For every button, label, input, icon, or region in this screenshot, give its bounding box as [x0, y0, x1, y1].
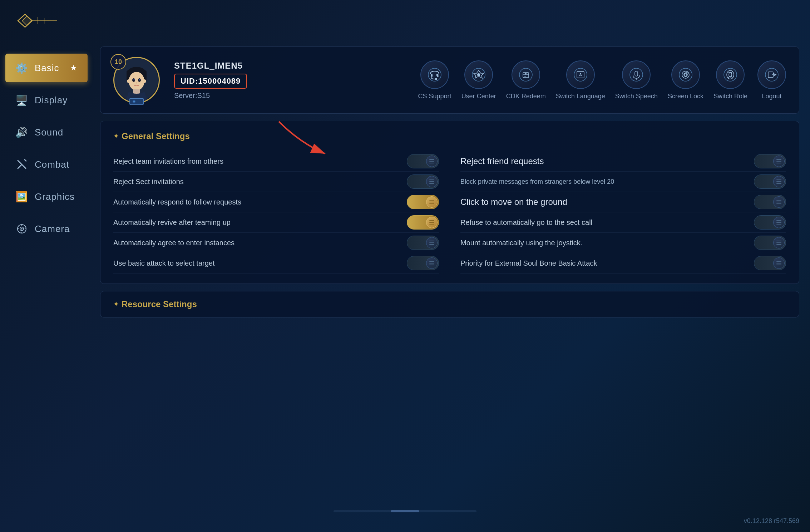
svg-rect-7 — [24, 159, 27, 162]
auto-revive-toggle[interactable] — [407, 215, 439, 230]
cdk-redeem-icon — [512, 60, 540, 89]
sidebar: ⚙️ Basic ★ 🖥️ Display 🔊 Sound Combat 🖼️ … — [0, 46, 93, 250]
switch-role-button[interactable]: Switch Role — [713, 60, 747, 100]
cs-support-button[interactable]: CS Support — [418, 60, 451, 100]
svg-point-10 — [21, 228, 23, 230]
screen-lock-label: Screen Lock — [668, 93, 703, 100]
mount-joystick-label: Mount automatically using the joystick. — [460, 239, 754, 247]
auto-follow-knob — [426, 196, 438, 208]
reject-sect-knob — [426, 176, 438, 187]
mount-joystick-toggle[interactable] — [754, 236, 786, 250]
sidebar-label-camera: Camera — [35, 223, 70, 235]
setting-row-reject-friend: Reject friend requests — [460, 151, 786, 172]
svg-line-6 — [18, 165, 21, 168]
sidebar-label-combat: Combat — [35, 159, 69, 170]
general-settings-panel: General Settings Reject team invitations… — [100, 121, 799, 284]
basic-attack-label: Use basic attack to select target — [113, 259, 407, 267]
bottom-scrollbar[interactable] — [334, 510, 476, 512]
logo-area — [14, 11, 61, 32]
auto-follow-toggle[interactable] — [407, 195, 439, 209]
svg-point-37 — [477, 73, 480, 76]
priority-soul-bone-toggle[interactable] — [754, 256, 786, 270]
switch-language-label: Switch Language — [556, 93, 605, 100]
server-text: Server:S15 — [174, 92, 247, 100]
reject-friend-knob — [773, 156, 785, 167]
logout-button[interactable]: Logout — [757, 60, 786, 100]
mount-joystick-knob — [773, 237, 785, 248]
sound-icon: 🔊 — [15, 126, 28, 139]
basic-attack-knob — [426, 257, 438, 269]
sidebar-item-graphics[interactable]: 🖼️ Graphics — [5, 182, 88, 211]
cs-support-label: CS Support — [418, 93, 451, 100]
auto-instance-label: Automatically agree to enter instances — [113, 239, 407, 247]
click-move-toggle[interactable] — [754, 195, 786, 209]
screen-lock-icon — [671, 60, 700, 89]
refuse-sect-call-toggle[interactable] — [754, 215, 786, 230]
svg-rect-32 — [437, 74, 438, 77]
svg-rect-50 — [685, 74, 687, 77]
block-private-toggle[interactable] — [754, 174, 786, 189]
sidebar-item-display[interactable]: 🖥️ Display — [5, 86, 88, 114]
setting-row-auto-instance: Automatically agree to enter instances — [113, 233, 439, 253]
user-center-button[interactable]: User Center — [461, 60, 496, 100]
auto-instance-toggle[interactable] — [407, 236, 439, 250]
click-move-toggle-wrap — [754, 195, 786, 209]
auto-revive-toggle-wrap — [407, 215, 439, 230]
svg-point-48 — [682, 71, 689, 78]
sidebar-item-combat[interactable]: Combat — [5, 150, 88, 179]
auto-instance-knob — [426, 237, 438, 248]
refuse-sect-call-knob — [773, 217, 785, 228]
user-avatar-wrap: 10 — [113, 57, 160, 103]
auto-follow-toggle-wrap — [407, 195, 439, 209]
resource-settings-panel: Resource Settings — [100, 291, 799, 317]
setting-row-block-private: Block private messages from strangers be… — [460, 172, 786, 192]
sidebar-label-sound: Sound — [35, 127, 63, 138]
avatar-bottom-badge — [129, 98, 144, 105]
user-center-label: User Center — [461, 93, 496, 100]
svg-marker-1 — [22, 16, 31, 25]
block-private-label: Block private messages from strangers be… — [460, 178, 754, 186]
reject-friend-toggle[interactable] — [754, 154, 786, 168]
switch-language-icon: A — [566, 60, 595, 89]
screen-lock-button[interactable]: Screen Lock — [668, 60, 703, 100]
setting-row-reject-team: Reject team invitations from others — [113, 151, 439, 172]
setting-row-refuse-sect-call: Refuse to automatically go to the sect c… — [460, 212, 786, 233]
sidebar-label-graphics: Graphics — [35, 191, 75, 202]
setting-row-auto-follow: Automatically respond to follow requests — [113, 192, 439, 212]
svg-point-47 — [679, 68, 692, 81]
auto-revive-knob — [426, 217, 438, 228]
cdk-redeem-button[interactable]: CDK Redeem — [506, 60, 546, 100]
user-card: 10 — [100, 46, 799, 114]
main-content: 10 — [100, 46, 799, 503]
switch-speech-button[interactable]: Switch Speech — [615, 60, 658, 100]
star-icon: ★ — [70, 63, 78, 73]
sidebar-item-basic[interactable]: ⚙️ Basic ★ — [5, 54, 88, 82]
cdk-redeem-label: CDK Redeem — [506, 93, 546, 100]
switch-role-label: Switch Role — [713, 93, 747, 100]
click-move-label: Click to move on the ground — [460, 197, 754, 207]
reject-sect-toggle[interactable] — [407, 174, 439, 189]
scrollbar-thumb — [391, 510, 419, 512]
priority-soul-bone-knob — [773, 257, 785, 269]
setting-row-mount-joystick: Mount automatically using the joystick. — [460, 233, 786, 253]
version-text: v0.12.128 r547.569 — [744, 517, 799, 525]
action-buttons: CS Support User Center — [418, 60, 786, 100]
user-center-icon — [464, 60, 493, 89]
reject-team-toggle[interactable] — [407, 154, 439, 168]
game-logo-icon — [14, 11, 61, 30]
basic-attack-toggle[interactable] — [407, 256, 439, 270]
gear-icon: ⚙️ — [15, 61, 28, 74]
reject-team-knob — [426, 156, 438, 167]
auto-instance-toggle-wrap — [407, 236, 439, 250]
switch-speech-icon — [622, 60, 651, 89]
switch-language-button[interactable]: A Switch Language — [556, 60, 605, 100]
svg-text:A: A — [579, 73, 582, 77]
reject-team-toggle-wrap — [407, 154, 439, 168]
sidebar-item-sound[interactable]: 🔊 Sound — [5, 118, 88, 147]
reject-friend-toggle-wrap — [754, 154, 786, 168]
refuse-sect-call-toggle-wrap — [754, 215, 786, 230]
sidebar-item-camera[interactable]: Camera — [5, 215, 88, 243]
settings-grid: Reject team invitations from others Reje… — [113, 151, 786, 274]
auto-follow-label: Automatically respond to follow requests — [113, 198, 407, 206]
graphics-icon: 🖼️ — [15, 190, 28, 203]
